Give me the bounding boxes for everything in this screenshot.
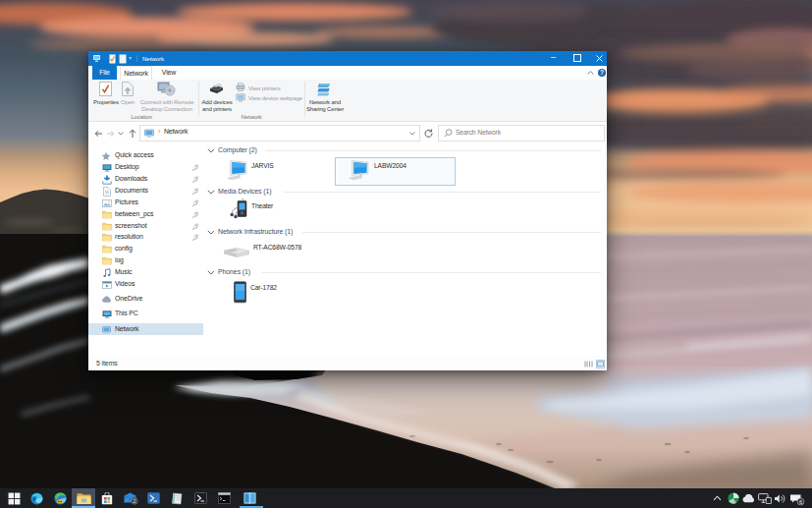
svg-text:6: 6 <box>799 498 802 504</box>
